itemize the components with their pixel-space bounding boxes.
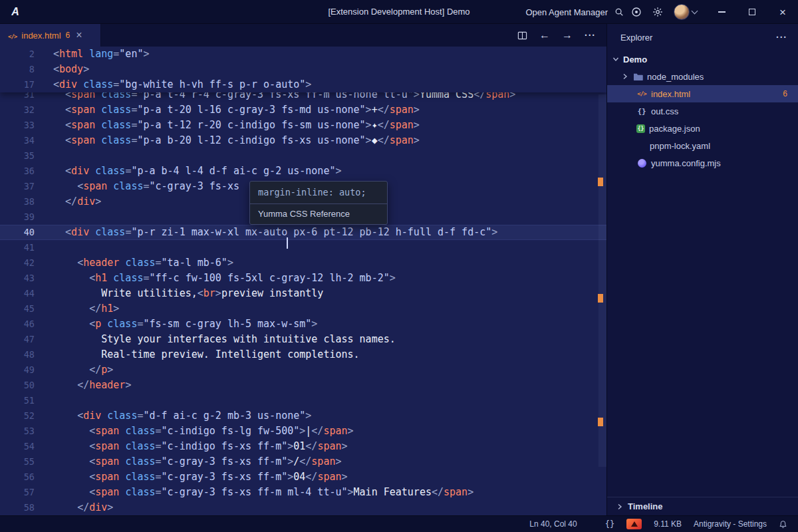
bell-icon[interactable] <box>779 520 787 529</box>
tab-close-icon[interactable]: × <box>76 30 82 41</box>
open-agent-manager-button[interactable]: Open Agent Manager <box>525 0 624 24</box>
code-line-2[interactable]: 2<html lang="en"> <box>0 47 606 62</box>
navigate-back-icon[interactable]: ← <box>539 29 550 41</box>
chevron-right-icon <box>622 73 628 80</box>
gear-icon[interactable] <box>652 7 663 17</box>
orbit-icon[interactable] <box>631 7 642 17</box>
maximize-button[interactable] <box>737 0 767 24</box>
tab-bar: index.html 6 × ← → <box>0 24 606 47</box>
tree-item-package-json[interactable]: package.json <box>607 120 798 137</box>
config-file-icon <box>636 159 647 168</box>
tree-item-pnpm-lock[interactable]: pnpm-lock.yaml <box>607 137 798 154</box>
close-button[interactable]: × <box>767 0 798 24</box>
code-line-50[interactable]: 50 </header> <box>0 378 606 393</box>
line-number: 55 <box>0 454 35 469</box>
more-actions-icon[interactable] <box>585 30 596 41</box>
line-number: 32 <box>0 102 35 118</box>
maximize-icon <box>749 9 755 15</box>
line-number: 51 <box>0 393 35 408</box>
navigate-forward-icon[interactable]: → <box>562 29 573 41</box>
line-number: 49 <box>0 362 35 378</box>
code-line-8[interactable]: 8<body> <box>0 62 606 77</box>
code-line-32[interactable]: 32 <span class="p-a t-20 l-16 c-gray-3 f… <box>0 102 606 118</box>
tree-item-index-html[interactable]: index.html 6 <box>607 85 798 102</box>
avatar <box>674 4 690 20</box>
line-number: 33 <box>0 118 35 133</box>
code-line-45[interactable]: 45 </h1> <box>0 301 606 317</box>
file-size[interactable]: 9.11 KB <box>654 519 682 529</box>
sticky-scroll[interactable]: 2<html lang="en">8<body>17<div class="bg… <box>0 47 606 92</box>
line-number: 57 <box>0 485 35 500</box>
file-label: index.html <box>651 89 690 99</box>
code-line-55[interactable]: 55 <span class="c-gray-3 fs-xs ff-m">/</… <box>0 454 606 469</box>
code-editor[interactable]: 31 <span class="p-a t-4 r-4 c-gray-3 fs-… <box>0 47 606 515</box>
line-number: 58 <box>0 500 35 515</box>
code-line-35[interactable]: 35 <box>0 148 606 164</box>
tree-root-demo[interactable]: Demo <box>607 51 798 68</box>
tree-item-node-modules[interactable]: node_modules <box>607 68 798 85</box>
tooltip-reference-link[interactable]: Yumma CSS Reference <box>250 204 387 224</box>
line-number: 43 <box>0 271 35 286</box>
code-line-47[interactable]: 47 Style your interfaces with intuitive … <box>0 332 606 347</box>
window-controls: × <box>706 0 798 24</box>
file-label: out.css <box>651 106 678 116</box>
code-line-17[interactable]: 17<div class="bg-white h-vh ff-s p-r o-a… <box>0 77 606 92</box>
search-icon <box>614 7 624 17</box>
code-line-40[interactable]: 40 <div class="p-r zi-1 max-w-xl mx-auto… <box>0 225 606 240</box>
modified-count-badge: 6 <box>783 89 798 98</box>
code-line-42[interactable]: 42 <header class="ta-l mb-6"> <box>0 255 606 271</box>
code-line-48[interactable]: 48 Real-time preview. Intelligent comple… <box>0 347 606 362</box>
chevron-right-icon <box>616 503 623 510</box>
code-line-51[interactable]: 51 <box>0 393 606 408</box>
line-number: 37 <box>0 179 35 194</box>
line-number: 8 <box>0 62 35 77</box>
settings-status[interactable]: Antigravity - Settings <box>694 519 767 529</box>
timeline-section[interactable]: Timeline <box>607 497 798 515</box>
file-tree: Demo node_modules index.html 6 out.css <box>607 51 798 172</box>
code-line-54[interactable]: 54 <span class="c-indigo fs-xs ff-m">01<… <box>0 439 606 454</box>
folder-icon <box>632 72 643 81</box>
line-number: 48 <box>0 347 35 362</box>
minimize-button[interactable] <box>706 0 737 24</box>
line-number: 46 <box>0 317 35 332</box>
file-label: pnpm-lock.yaml <box>650 141 710 151</box>
code-line-46[interactable]: 46 <p class="fs-sm c-gray lh-5 max-w-sm"… <box>0 317 606 332</box>
code-line-43[interactable]: 43 <h1 class="ff-c fw-100 fs-5xl c-gray-… <box>0 271 606 286</box>
html-file-icon <box>8 29 17 41</box>
tree-item-out-css[interactable]: out.css <box>607 102 798 120</box>
cursor-position[interactable]: Ln 40, Col 40 <box>529 519 577 529</box>
explorer-more-icon[interactable] <box>776 32 787 43</box>
code-line-57[interactable]: 57 <span class="c-gray-3 fs-xs ff-m ml-4… <box>0 485 606 500</box>
html-file-icon <box>636 90 647 97</box>
code-line-56[interactable]: 56 <span class="c-gray-3 fs-xs ff-m">04<… <box>0 469 606 485</box>
editor-scrollbar[interactable] <box>598 94 606 467</box>
line-number: 47 <box>0 332 35 347</box>
code-line-33[interactable]: 33 <span class="p-a t-12 r-20 c-indigo f… <box>0 118 606 133</box>
titlebar-icons <box>631 0 697 24</box>
chevron-down-icon <box>692 8 698 15</box>
line-number: 39 <box>0 209 35 225</box>
pnpm-file-icon <box>636 141 646 150</box>
code-line-53[interactable]: 53 <span class="c-indigo fs-lg fw-500">|… <box>0 424 606 439</box>
code-line-34[interactable]: 34 <span class="p-a b-20 l-12 c-indigo f… <box>0 133 606 148</box>
timeline-label: Timeline <box>628 501 663 511</box>
split-editor-icon[interactable] <box>517 31 527 41</box>
code-line-58[interactable]: 58 </div> <box>0 500 606 515</box>
file-label: package.json <box>649 124 700 134</box>
code-lines: 31 <span class="p-a t-4 r-4 c-gray-3 fs-… <box>0 87 606 515</box>
tooltip-css-rule: margin-inline: auto; <box>250 182 387 203</box>
code-line-49[interactable]: 49 </p> <box>0 362 606 378</box>
code-line-36[interactable]: 36 <div class="p-a b-4 l-4 d-f ai-c g-2 … <box>0 164 606 179</box>
braces-indicator[interactable]: {} <box>605 519 614 529</box>
code-line-41[interactable]: 41 <box>0 240 606 255</box>
line-number: 34 <box>0 133 35 148</box>
alert-badge-icon[interactable] <box>626 519 642 529</box>
tree-item-yumma-config[interactable]: yumma.config.mjs <box>607 154 798 172</box>
account-menu[interactable] <box>674 4 697 20</box>
tab-modified-badge: 6 <box>66 31 70 40</box>
window-title: [Extension Development Host] Demo <box>328 0 469 24</box>
tab-index-html[interactable]: index.html 6 × <box>0 24 101 47</box>
root-folder-label: Demo <box>623 55 647 65</box>
code-line-52[interactable]: 52 <div class="d-f ai-c g-2 mb-3 us-none… <box>0 408 606 424</box>
code-line-44[interactable]: 44 Write utilities,<br>preview instantly <box>0 286 606 301</box>
